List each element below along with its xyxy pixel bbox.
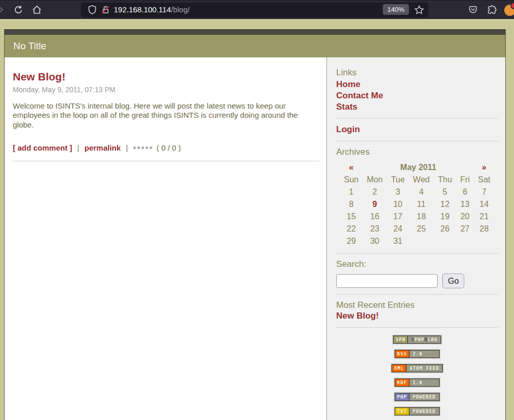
blog-page: No Title New Blog! Monday, May 9, 2011, … xyxy=(0,19,514,420)
login-link[interactable]: Login xyxy=(336,124,505,135)
url-host: 192.168.100.114 xyxy=(114,5,171,14)
calendar-day-header: Thu xyxy=(434,174,456,186)
atom-badge-right-label: ATOM FEED xyxy=(406,365,442,372)
rating-dot-icon[interactable] xyxy=(133,146,136,149)
calendar-day: 3 xyxy=(387,186,409,198)
bookmark-star-icon[interactable] xyxy=(414,5,424,15)
archives-heading: Archives xyxy=(336,147,505,157)
sphpblog-badge-right-label: SPHPBLOG xyxy=(408,336,440,343)
atom-badge-left-label: XML xyxy=(392,365,406,372)
calendar-prev-button[interactable]: « xyxy=(340,161,362,174)
recent-entries-list: New Blog! xyxy=(336,310,505,322)
url-text[interactable]: 192.168.100.114/blog/ xyxy=(114,5,190,14)
home-icon[interactable] xyxy=(32,5,42,15)
calendar-day: 22 xyxy=(340,223,362,235)
meta-separator: | xyxy=(126,143,128,152)
rss-badge-inner: RSS2.0 xyxy=(395,350,440,358)
insecure-lock-icon[interactable] xyxy=(100,5,111,15)
sidebar-divider xyxy=(336,118,498,118)
reload-icon[interactable] xyxy=(13,5,24,15)
php-badge-left-label: PHP xyxy=(395,393,409,401)
sidebar-divider xyxy=(336,294,498,295)
notification-badge xyxy=(510,2,514,9)
blog-container: No Title New Blog! Monday, May 9, 2011, … xyxy=(4,29,506,420)
search-input[interactable] xyxy=(336,274,438,288)
search-go-button[interactable]: Go xyxy=(442,274,464,288)
permalink-link[interactable]: permalink xyxy=(85,143,121,152)
pocket-icon[interactable] xyxy=(468,5,478,15)
rating-dot-icon[interactable] xyxy=(141,146,144,149)
search-row: Go xyxy=(336,274,505,288)
calendar-day: 25 xyxy=(409,223,434,235)
extensions-icon[interactable] xyxy=(487,5,497,15)
calendar-day-header: Sat xyxy=(474,174,495,186)
calendar-day: 17 xyxy=(387,211,409,223)
calendar-day xyxy=(434,235,456,247)
add-comment-link[interactable]: [ add comment ] xyxy=(13,143,72,152)
rdf-badge[interactable]: RDF1.0 xyxy=(394,377,441,388)
links-heading: Links xyxy=(336,68,505,78)
txt-badge-inner: TXTPOWERED xyxy=(395,407,440,415)
calendar-day-header: Tue xyxy=(387,174,409,186)
calendar-day: 18 xyxy=(409,211,434,223)
calendar-day-active[interactable]: 9 xyxy=(363,198,387,211)
forward-icon[interactable] xyxy=(0,5,6,15)
rating-dot-icon[interactable] xyxy=(137,146,140,149)
php-badge[interactable]: PHPPOWERED xyxy=(394,392,441,402)
post-title-link[interactable]: New Blog! xyxy=(13,71,318,83)
calendar-day: 11 xyxy=(409,198,434,211)
recent-entries-heading: Most Recent Entries xyxy=(336,300,505,310)
zoom-level-badge[interactable]: 140% xyxy=(383,4,409,15)
rss-badge-left-label: RSS xyxy=(395,350,409,358)
recent-entry-link[interactable]: New Blog! xyxy=(336,310,505,322)
post-meta-row: [ add comment ] | permalink | ( 0 / 0 ) xyxy=(13,143,318,152)
url-path: /blog/ xyxy=(171,5,190,14)
calendar-day: 4 xyxy=(409,186,434,198)
calendar-day: 20 xyxy=(456,211,474,223)
address-bar[interactable]: 192.168.100.114/blog/ 140% xyxy=(81,3,428,17)
rating-dots[interactable] xyxy=(133,146,154,149)
calendar-day-header: Sun xyxy=(340,174,362,186)
calendar-day-header: Wed xyxy=(409,174,434,186)
sidebar-nav: HomeContact MeStats xyxy=(336,79,505,112)
calendar-day: 15 xyxy=(340,211,362,223)
calendar-day-header: Fri xyxy=(456,174,474,186)
txt-badge-left-label: TXT xyxy=(395,408,409,415)
sphpblog-badge-text-part: LOG xyxy=(428,337,438,342)
rss-badge-right-label: 2.0 xyxy=(409,350,439,358)
rating-dot-icon[interactable] xyxy=(150,146,152,149)
sidebar-link-home[interactable]: Home xyxy=(336,79,505,90)
top-banner-bar xyxy=(5,29,505,35)
badge-column: SPBSPHPBLOGRSS2.0XMLATOM FEEDRDF1.0PHPPO… xyxy=(336,334,498,416)
sphpblog-badge[interactable]: SPBSPHPBLOG xyxy=(392,334,442,345)
calendar-day: 8 xyxy=(340,198,362,211)
account-icon[interactable] xyxy=(504,4,514,16)
calendar-day: 27 xyxy=(456,223,474,235)
calendar-day-header: Mon xyxy=(363,174,387,186)
calendar-day: 12 xyxy=(434,198,456,211)
sphpblog-badge-left-label: SPB xyxy=(394,336,408,343)
browser-toolbar: 192.168.100.114/blog/ 140% xyxy=(0,0,514,19)
calendar-day: 24 xyxy=(387,223,409,235)
txt-badge[interactable]: TXTPOWERED xyxy=(394,406,441,416)
sidebar-link-contact-me[interactable]: Contact Me xyxy=(336,90,505,101)
calendar-day: 16 xyxy=(363,211,387,223)
rdf-badge-right-label: 1.0 xyxy=(409,379,439,386)
calendar-day: 29 xyxy=(340,235,362,247)
sidebar: Links HomeContact MeStats Login Archives… xyxy=(326,57,505,420)
rating-dot-icon[interactable] xyxy=(146,146,148,149)
atom-badge[interactable]: XMLATOM FEED xyxy=(390,363,444,373)
calendar-day: 21 xyxy=(474,211,495,223)
post-date: Monday, May 9, 2011, 07:13 PM xyxy=(13,86,318,94)
calendar-next-button[interactable]: » xyxy=(474,161,495,174)
sidebar-link-stats[interactable]: Stats xyxy=(336,101,505,113)
calendar-day: 13 xyxy=(456,198,474,211)
rss-badge[interactable]: RSS2.0 xyxy=(394,349,441,359)
main-content: New Blog! Monday, May 9, 2011, 07:13 PM … xyxy=(5,57,326,420)
shield-icon[interactable] xyxy=(87,5,97,15)
sphpblog-badge-inner: SPBSPHPBLOG xyxy=(393,335,441,344)
calendar-day: 10 xyxy=(387,198,409,211)
calendar-month-title: May 2011 xyxy=(363,161,474,174)
calendar-day: 2 xyxy=(363,186,387,198)
calendar-day xyxy=(456,235,474,247)
